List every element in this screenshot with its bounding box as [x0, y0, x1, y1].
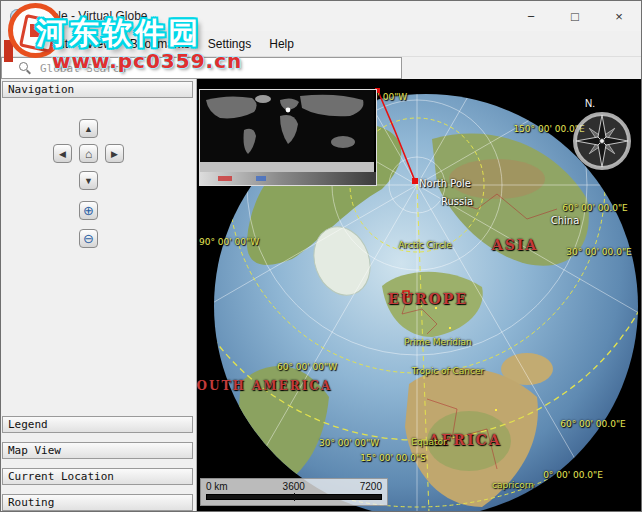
content-area: Navigation ▲ ◀ ⌂ ▶ ▼ ⊕ ⊖ Legend Map View… — [1, 79, 641, 511]
menu-view[interactable]: View — [77, 31, 121, 56]
menu-file[interactable]: File — [1, 31, 38, 56]
map-label: ASIA — [492, 237, 538, 253]
zoom-in-button[interactable]: ⊕ — [79, 201, 98, 220]
pan-left-button[interactable]: ◀ — [53, 144, 72, 163]
compass-icon — [570, 109, 634, 173]
map-label: SOUTH AMERICA — [197, 379, 332, 393]
map-label: Prime Meridian — [404, 337, 472, 347]
panel-routing[interactable]: Routing — [2, 494, 193, 511]
compass-north-label: N. — [585, 98, 595, 109]
scale-tick-0: 0 km — [206, 481, 228, 492]
panel-navigation[interactable]: Navigation — [2, 81, 193, 98]
overview-strip — [200, 172, 376, 185]
map-label: Arctic Circle — [398, 240, 452, 250]
map-label: EUROPE — [388, 291, 468, 307]
search-input[interactable] — [38, 61, 401, 76]
map-label: 60° 00' 00"W — [277, 362, 337, 372]
map-label: 15° 00' 00.0"S — [360, 453, 426, 463]
maximize-button[interactable]: □ — [553, 1, 597, 31]
panel-map-view[interactable]: Map View — [2, 442, 193, 459]
map-label: 0° 00' 00.0"E — [543, 470, 603, 480]
map-scale-bar: 0 km 3600 7200 — [200, 478, 388, 506]
pan-down-button[interactable]: ▼ — [79, 171, 98, 190]
zoom-out-button[interactable]: ⊖ — [79, 229, 98, 248]
map-viewport[interactable]: N. — [197, 79, 641, 511]
menu-settings[interactable]: Settings — [199, 31, 260, 56]
title-bar: Marble - Virtual Globe − □ × — [1, 1, 641, 31]
home-button[interactable]: ⌂ — [79, 144, 98, 163]
search-box — [1, 57, 402, 79]
window-title: Marble - Virtual Globe — [31, 9, 148, 23]
search-row — [1, 57, 641, 81]
minimize-button[interactable]: − — [509, 1, 553, 31]
pan-right-button[interactable]: ▶ — [105, 144, 124, 163]
app-window: Marble - Virtual Globe − □ × File Edit V… — [0, 0, 642, 512]
overview-world-image — [200, 90, 374, 172]
map-label: Equator — [411, 437, 446, 447]
menu-bookmarks[interactable]: Bookmarks — [121, 31, 199, 56]
pan-up-button[interactable]: ▲ — [79, 119, 98, 138]
map-label: capricorn — [492, 480, 534, 490]
scale-tick-1: 3600 — [283, 481, 305, 492]
scale-labels: 0 km 3600 7200 — [206, 481, 382, 492]
map-label: 30° 00' 00"W — [319, 438, 379, 448]
panel-legend[interactable]: Legend — [2, 416, 193, 433]
panel-current-location[interactable]: Current Location — [2, 468, 193, 485]
scale-tick-2: 7200 — [360, 481, 382, 492]
map-label: China — [551, 215, 580, 226]
app-globe-icon — [10, 9, 25, 24]
menu-bar: File Edit View Bookmarks Settings Help — [1, 31, 641, 57]
search-icon — [19, 62, 32, 75]
map-label: 30° 00' 00.0"E — [566, 247, 631, 257]
map-label: Russia — [441, 196, 473, 207]
compass-rose[interactable] — [570, 109, 634, 173]
overview-map[interactable] — [199, 89, 377, 186]
map-label: 60° 00' 00.0"E — [562, 203, 627, 213]
menu-help[interactable]: Help — [260, 31, 303, 56]
map-label: Tropic of Cancer — [412, 366, 484, 376]
menu-edit[interactable]: Edit — [38, 31, 77, 56]
map-label: 90° 00' 00"W — [199, 237, 259, 247]
window-controls: − □ × — [509, 1, 641, 31]
map-label: 60° 00' 00.0"E — [560, 419, 625, 429]
map-label: North Pole — [419, 178, 471, 189]
close-button[interactable]: × — [597, 1, 641, 31]
scale-ruler — [206, 494, 382, 500]
sidebar: Navigation ▲ ◀ ⌂ ▶ ▼ ⊕ ⊖ Legend Map View… — [1, 79, 197, 511]
